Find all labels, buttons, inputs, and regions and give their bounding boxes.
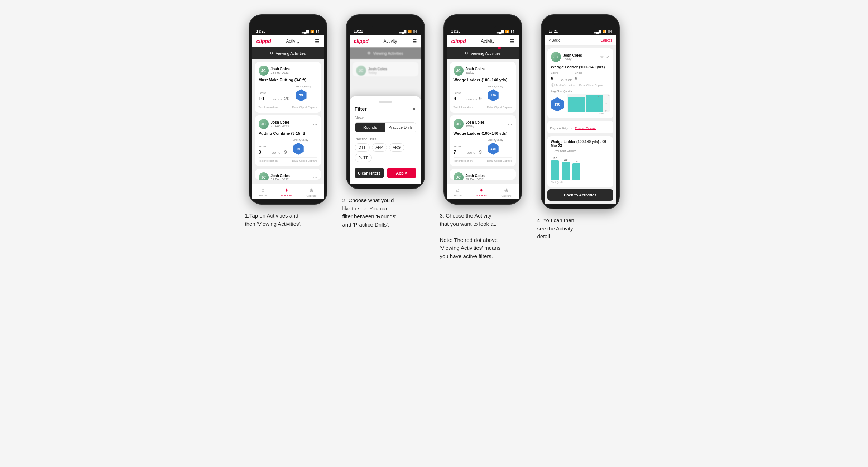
test-info-4: Test Information <box>556 84 575 87</box>
hamburger-menu-3[interactable]: ☰ <box>510 38 514 44</box>
hex-shape-3-2: 118 <box>488 143 499 155</box>
session-link-4[interactable]: Practice Session <box>575 127 596 130</box>
cancel-button-4[interactable]: Cancel <box>600 38 612 42</box>
expand-icon-4[interactable]: ⤢ <box>606 54 610 59</box>
shots-section-3-1: OUT OF 9 <box>466 95 481 102</box>
filter-chip-ott-2[interactable]: OTT <box>355 143 370 152</box>
shots-value-3-1: 9 <box>479 96 482 101</box>
signal-icon-2: ▂▄▆ <box>399 30 406 33</box>
caption-4: 4. You can thensee the Activitydetail. <box>537 216 623 241</box>
phone-notch-3 <box>469 20 497 28</box>
screen-1: ⚙ Viewing Activities JC Josh Coles 28 Fe… <box>252 47 324 184</box>
name-date-3-2: Josh Coles Today <box>466 120 485 128</box>
filter-close-button-2[interactable]: ✕ <box>412 106 416 112</box>
apply-button-2[interactable]: Apply <box>387 168 416 178</box>
phone-1: 13:20 ▂▄▆ 📶 84 clippd Activity ☰ ⚙ Viewi… <box>249 14 327 205</box>
activity-card-1-1[interactable]: JC Josh Coles 28 Feb 2023 ··· Must Make … <box>255 62 321 113</box>
capture-label-1: Capture <box>306 194 316 197</box>
avatar-1-3: JC <box>259 172 269 180</box>
filter-chip-app-2[interactable]: APP <box>372 143 387 152</box>
hamburger-menu-2[interactable]: ☰ <box>412 38 417 44</box>
score-section-1-1: Score 10 <box>259 91 266 102</box>
card-name-1-2: Josh Coles <box>271 120 290 124</box>
back-to-activities-button-4[interactable]: Back to Activities <box>547 189 613 201</box>
app-header-2: clippd Activity ☰ <box>350 35 421 47</box>
chart-bars-4 <box>567 94 610 112</box>
filter-toggle-rounds-2[interactable]: Rounds <box>355 123 385 132</box>
nav-capture-3[interactable]: ⊕ Capture <box>501 187 511 197</box>
status-time-3: 13:20 <box>451 29 461 33</box>
app-logo-1: clippd <box>256 38 271 44</box>
hex-shape-1-2: 45 <box>293 143 304 155</box>
capture-icon-3: ⊕ <box>504 187 509 194</box>
score-shots-row-4: Score 9 OUT OF Shots 9 <box>551 71 607 82</box>
score-label-3-1: Score <box>454 91 461 95</box>
hex-shape-1-1: 75 <box>296 89 307 101</box>
nav-capture-1[interactable]: ⊕ Capture <box>306 187 316 197</box>
signal-icon: ▂▄▆ <box>302 30 309 33</box>
name-date-3-3: Josh Coles 28 Feb 2023 <box>466 174 485 180</box>
card-dots-3-1[interactable]: ··· <box>508 68 512 73</box>
edit-icon-4[interactable]: ✏ <box>600 54 604 59</box>
card-date-1-1: 28 Feb 2023 <box>271 71 290 75</box>
quality-label-3-1: Shot Quality <box>488 85 503 88</box>
name-date-1-2: Josh Coles 28 Feb 2023 <box>271 120 290 128</box>
home-label-3: Home <box>454 194 461 197</box>
shots-value-3-2: 9 <box>479 149 482 155</box>
caption-1: 1.Tap on Activities andthen 'Viewing Act… <box>245 212 331 228</box>
footer-left-1-1: Test Information <box>259 106 278 109</box>
card-dots-1-2[interactable]: ··· <box>313 121 317 127</box>
shots-value-1-1: 20 <box>284 96 290 101</box>
filter-chip-putt-2[interactable]: PUTT <box>355 154 372 162</box>
activity-card-3-1[interactable]: JC Josh Coles Today ··· Wedge Ladder (10… <box>450 62 516 113</box>
activity-card-3-3: JC Josh Coles 28 Feb 2023 <box>450 169 516 180</box>
quality-section-3-2: Shot Quality 118 <box>488 138 503 155</box>
battery-icon-3: 84 <box>510 30 514 33</box>
quality-hex-4: 130 <box>551 97 564 112</box>
nav-activities-1[interactable]: ♦ Activities <box>281 187 292 197</box>
bar-item-2-4: 129 <box>562 158 570 180</box>
quality-label-3-2: Shot Quality <box>488 138 503 142</box>
nav-home-1[interactable]: ⌂ Home <box>259 187 267 197</box>
avatar-1-2: JC <box>259 119 269 129</box>
filter-toggle-drills-2[interactable]: Practice Drills <box>385 123 416 132</box>
clear-filters-button-2[interactable]: Clear Filters <box>355 168 384 178</box>
score-value-1-1: 10 <box>259 96 264 101</box>
card-title-3-1: Wedge Ladder (100–140 yds) <box>454 78 512 82</box>
back-button-4[interactable]: < Back <box>549 38 560 42</box>
bar-1-4 <box>568 97 585 112</box>
status-bar-1: 13:20 ▂▄▆ 📶 84 <box>252 29 324 35</box>
viewing-bar-1[interactable]: ⚙ Viewing Activities <box>252 47 324 59</box>
data-source-4: Data: Clippd Capture <box>579 84 604 87</box>
status-icons-4: ▂▄▆ 📶 84 <box>594 30 612 33</box>
activity-card-1-2[interactable]: JC Josh Coles 28 Feb 2023 ··· Putting Co… <box>255 115 321 166</box>
filter-chip-arg-2[interactable]: ARG <box>389 143 405 152</box>
activity-card-3-2[interactable]: JC Josh Coles Today ··· Wedge Ladder (10… <box>450 115 516 166</box>
shots-block-4: Shots 9 <box>575 71 582 82</box>
card-dots-3-2[interactable]: ··· <box>508 121 512 127</box>
hamburger-menu-1[interactable]: ☰ <box>315 38 320 44</box>
footer-left-1-2: Test Information <box>259 159 278 162</box>
nav-home-3[interactable]: ⌂ Home <box>454 187 461 197</box>
card-header-1-1: JC Josh Coles 28 Feb 2023 ··· <box>259 66 317 76</box>
score-label-3-2: Score <box>454 145 461 148</box>
viewing-icon-1: ⚙ <box>270 51 273 56</box>
card-name-3-1: Josh Coles <box>466 67 485 71</box>
bar-rect-2-4 <box>562 162 570 180</box>
filter-actions-2: Clear Filters Apply <box>355 168 416 178</box>
session-label-card-4: Player Activity › Practice Session <box>547 121 613 133</box>
card-dots-1-3[interactable]: ··· <box>313 175 317 180</box>
card-dots-1-1[interactable]: ··· <box>313 68 317 73</box>
phone-3-column: 13:20 ▂▄▆ 📶 84 clippd Activity ☰ ⚙ Viewi… <box>440 14 526 260</box>
filter-handle-2 <box>379 101 392 103</box>
card-stats-1-1: Score 10 OUT OF 20 Shot Quality <box>259 85 317 102</box>
bar-item-3-4: 124 <box>572 160 580 180</box>
battery-icon-4: 84 <box>608 30 612 33</box>
card-footer-1-1: Test Information Data: Clippd Capture <box>259 104 317 109</box>
wifi-icon-2: 📶 <box>408 30 412 33</box>
avatar-name-3-3: JC Josh Coles 28 Feb 2023 <box>454 172 485 180</box>
viewing-bar-3[interactable]: ⚙ Viewing Activities <box>447 47 519 59</box>
activity-bg-list-2: JC Josh Coles Today <box>350 59 421 79</box>
avatar-name-1-3: JC Josh Coles 28 Feb 2023 <box>259 172 290 180</box>
nav-activities-3[interactable]: ♦ Activities <box>476 187 487 197</box>
